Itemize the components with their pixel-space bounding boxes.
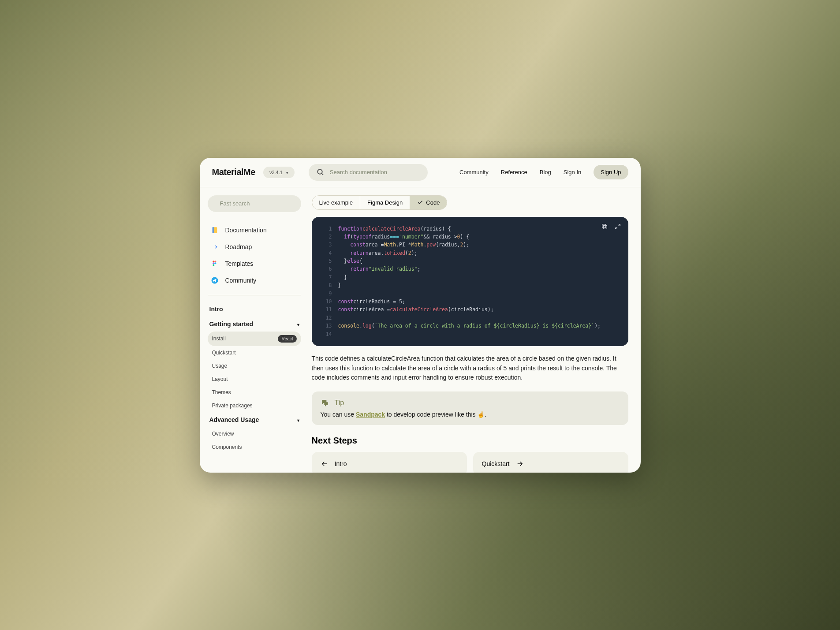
- tab-label: Code: [426, 199, 440, 206]
- sub-label: Private packages: [212, 403, 253, 409]
- sidebar-item-label: Roadmap: [225, 243, 252, 250]
- sidebar-section-intro[interactable]: Intro: [208, 302, 301, 317]
- svg-rect-13: [602, 224, 605, 227]
- tip-title: Tip: [335, 399, 344, 407]
- sidebar-sub-private-packages[interactable]: Private packages: [208, 399, 301, 412]
- tab-live-example[interactable]: Live example: [312, 196, 361, 209]
- brand-logo: MaterialMe: [212, 167, 255, 177]
- sub-label: Layout: [212, 376, 228, 382]
- sub-label: Quickstart: [212, 350, 236, 356]
- divider: [208, 295, 301, 295]
- sidebar-sub-overview[interactable]: Overview: [208, 427, 301, 440]
- next-steps-title: Next Steps: [312, 436, 628, 446]
- caret-down-icon: [297, 321, 299, 328]
- sidebar-section-advanced[interactable]: Advanced Usage: [208, 412, 301, 427]
- arrow-icon: [210, 242, 219, 251]
- telegram-icon: [210, 276, 219, 285]
- sub-label: Overview: [212, 431, 234, 437]
- sidebar-item-documentation[interactable]: Documentation: [208, 222, 301, 239]
- view-tabs: Live example Figma Design Code: [312, 195, 448, 210]
- nav-community[interactable]: Community: [459, 169, 489, 175]
- app-window: MaterialMe v3.4.1 Community Reference Bl…: [200, 158, 641, 473]
- search-input[interactable]: [330, 169, 420, 175]
- section-label: Advanced Usage: [209, 416, 259, 423]
- svg-point-7: [214, 261, 216, 262]
- version-label: v3.4.1: [269, 170, 283, 175]
- sidebar-sub-quickstart[interactable]: Quickstart: [208, 346, 301, 359]
- sidebar-sub-themes[interactable]: Themes: [208, 386, 301, 399]
- svg-point-10: [213, 264, 214, 266]
- nav-signin[interactable]: Sign In: [564, 169, 581, 175]
- arrow-right-icon: [516, 460, 524, 468]
- tab-code[interactable]: Code: [410, 196, 447, 209]
- sidebar-sub-layout[interactable]: Layout: [208, 373, 301, 386]
- code-actions: [601, 223, 621, 232]
- chevron-down-icon: [286, 170, 288, 175]
- search-icon: [317, 168, 325, 176]
- sidebar: Documentation Roadmap Templates Communit…: [200, 187, 306, 473]
- svg-point-9: [214, 262, 216, 264]
- check-icon: [417, 199, 423, 205]
- section-label: Intro: [209, 306, 223, 313]
- section-label: Getting started: [209, 321, 254, 328]
- svg-rect-12: [603, 225, 607, 229]
- fast-search-input[interactable]: [220, 200, 294, 207]
- tip-text: You can use Sandpack to develop code pre…: [321, 411, 620, 418]
- caret-down-icon: [297, 416, 299, 423]
- header-nav: Community Reference Blog Sign In Sign Up: [459, 165, 628, 179]
- nav-reference[interactable]: Reference: [501, 169, 527, 175]
- react-badge: React: [278, 335, 296, 343]
- sub-label: Usage: [212, 363, 228, 369]
- sub-label: Components: [212, 444, 242, 450]
- prev-label: Intro: [335, 460, 347, 467]
- figma-icon: [210, 259, 219, 268]
- sidebar-search[interactable]: [208, 195, 301, 212]
- sidebar-item-templates[interactable]: Templates: [208, 255, 301, 272]
- svg-point-0: [317, 169, 322, 174]
- code-description: This code defines a calculateCircleArea …: [312, 354, 628, 383]
- svg-rect-5: [212, 227, 213, 233]
- next-label: Quickstart: [482, 460, 510, 467]
- header: MaterialMe v3.4.1 Community Reference Bl…: [200, 158, 641, 187]
- sidebar-item-label: Community: [225, 277, 257, 284]
- header-search[interactable]: [309, 164, 428, 181]
- sidebar-sub-components[interactable]: Components: [208, 440, 301, 454]
- svg-point-8: [213, 262, 214, 264]
- tab-figma-design[interactable]: Figma Design: [360, 196, 410, 209]
- sidebar-item-label: Documentation: [225, 227, 267, 234]
- main-content: Live example Figma Design Code 1function…: [306, 187, 641, 473]
- next-card-quickstart[interactable]: Quickstart: [473, 452, 628, 472]
- version-selector[interactable]: v3.4.1: [263, 167, 295, 178]
- document-icon: [210, 226, 219, 235]
- copy-icon[interactable]: [601, 223, 608, 232]
- code-block: 1function calculateCircleArea(radius) { …: [312, 217, 628, 346]
- sub-label: Themes: [212, 389, 231, 395]
- body: Documentation Roadmap Templates Communit…: [200, 187, 641, 473]
- next-cards: Intro Quickstart: [312, 452, 628, 472]
- sub-label: Install: [212, 336, 226, 342]
- chat-icon: [321, 399, 329, 407]
- sidebar-section-getting-started[interactable]: Getting started: [208, 317, 301, 332]
- prev-card-intro[interactable]: Intro: [312, 452, 467, 472]
- svg-point-6: [213, 261, 214, 262]
- signup-button[interactable]: Sign Up: [594, 165, 628, 179]
- sidebar-sub-usage[interactable]: Usage: [208, 359, 301, 373]
- sidebar-item-community[interactable]: Community: [208, 272, 301, 289]
- sandpack-link[interactable]: Sandpack: [356, 411, 385, 418]
- svg-line-1: [321, 173, 323, 175]
- tip-callout: Tip You can use Sandpack to develop code…: [312, 391, 628, 425]
- sidebar-sub-install[interactable]: Install React: [208, 332, 301, 346]
- nav-blog[interactable]: Blog: [540, 169, 551, 175]
- sidebar-item-roadmap[interactable]: Roadmap: [208, 239, 301, 255]
- expand-icon[interactable]: [614, 223, 621, 232]
- arrow-left-icon: [321, 460, 329, 468]
- sidebar-item-label: Templates: [225, 260, 254, 267]
